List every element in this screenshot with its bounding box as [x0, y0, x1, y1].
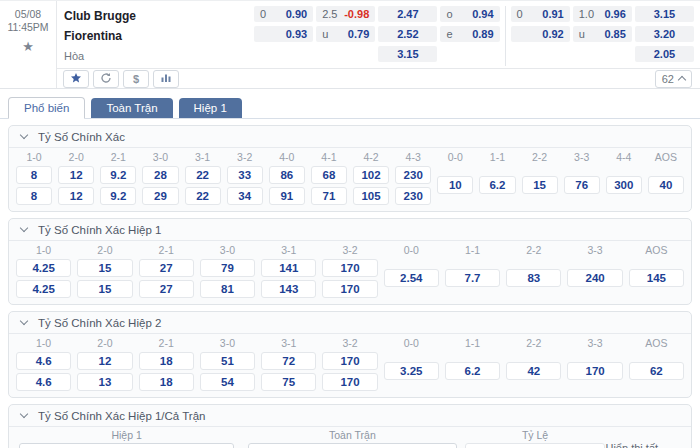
score-odds-cell[interactable]: 10	[437, 176, 473, 194]
score-odds-cell[interactable]: 42	[506, 362, 561, 380]
section-header[interactable]: Tỷ Số Chính Xác Hiệp 1/Cả Trận	[9, 405, 691, 427]
odds-cell[interactable]: 2.52	[378, 26, 437, 42]
odds-line-label: u	[579, 28, 585, 40]
odds-cell[interactable]: u0.85	[573, 26, 632, 42]
favorite-star-button[interactable]	[63, 70, 89, 88]
first-half-score-select[interactable]: 0-0	[19, 443, 234, 448]
score-odds-cell[interactable]: 170	[322, 373, 377, 391]
score-odds-cell[interactable]: 22	[185, 166, 221, 184]
tab-bar: Phổ biếnToàn TrậnHiệp 1	[0, 89, 700, 119]
score-odds-cell[interactable]: 7.7	[445, 269, 500, 287]
score-odds-cell[interactable]: 40	[648, 176, 684, 194]
score-odds-cell[interactable]: 300	[606, 176, 642, 194]
score-odds-cell[interactable]: 170	[322, 280, 377, 298]
score-odds-cell[interactable]: 3.25	[384, 362, 439, 380]
score-odds-cell[interactable]: 9.2	[100, 187, 136, 205]
odds-cell[interactable]: 3.15	[378, 46, 437, 62]
score-odds-cell[interactable]: 86	[269, 166, 305, 184]
odds-cell[interactable]: 0.92	[511, 26, 570, 42]
score-odds-cell[interactable]: 9.2	[100, 166, 136, 184]
odds-cell[interactable]: 2.05	[635, 46, 694, 62]
score-odds-cell[interactable]: 170	[322, 352, 377, 370]
score-odds-cell[interactable]: 145	[629, 269, 684, 287]
odds-value: 0.85	[604, 28, 625, 40]
markets-count-button[interactable]: 62	[655, 70, 692, 88]
cashout-button[interactable]: $	[123, 70, 149, 88]
score-odds-cell[interactable]: 230	[395, 187, 431, 205]
score-odds-cell[interactable]: 170	[322, 259, 377, 277]
refresh-button[interactable]	[93, 70, 119, 88]
score-odds-cell[interactable]: 76	[564, 176, 600, 194]
score-odds-cell[interactable]: 240	[567, 269, 622, 287]
odds-cell[interactable]: e0.89	[440, 26, 499, 42]
odds-value: 2.47	[397, 8, 418, 20]
show-all-link[interactable]: Hiển thị tất cả	[605, 443, 681, 448]
odds-cell[interactable]: 00.90	[254, 6, 313, 22]
odds-cell[interactable]: 3.20	[635, 26, 694, 42]
score-odds-cell[interactable]: 22	[185, 187, 221, 205]
score-odds-cell[interactable]: 18	[139, 352, 194, 370]
score-odds-cell[interactable]: 29	[142, 187, 178, 205]
score-odds-cell[interactable]: 62	[629, 362, 684, 380]
odds-cell[interactable]: 1.00.96	[573, 6, 632, 22]
odds-cell[interactable]: 2.5-0.98	[316, 6, 375, 22]
score-odds-cell[interactable]: 230	[395, 166, 431, 184]
score-odds-cell[interactable]: 83	[506, 269, 561, 287]
score-odds-cell[interactable]: 34	[227, 187, 263, 205]
odds-cell[interactable]: 00.91	[511, 6, 570, 22]
odds-cell[interactable]: 3.15	[635, 6, 694, 22]
score-odds-cell[interactable]: 71	[311, 187, 347, 205]
score-odds-cell[interactable]: 170	[567, 362, 622, 380]
odds-cell[interactable]: 0.93	[254, 26, 313, 42]
score-odds-cell[interactable]: 4.25	[16, 259, 71, 277]
section-header[interactable]: Tỷ Số Chính Xác Hiệp 1	[9, 219, 691, 241]
tab[interactable]: Phổ biến	[8, 97, 85, 119]
score-odds-cell[interactable]: 79	[200, 259, 255, 277]
score-odds-cell[interactable]: 54	[200, 373, 255, 391]
score-odds-cell[interactable]: 4.6	[16, 373, 71, 391]
tab[interactable]: Toàn Trận	[91, 98, 172, 118]
score-odds-cell[interactable]: 15	[77, 280, 132, 298]
score-odds-cell[interactable]: 15	[522, 176, 558, 194]
score-odds-cell[interactable]: 6.2	[479, 176, 515, 194]
score-odds-cell[interactable]: 105	[353, 187, 389, 205]
score-odds-cell[interactable]: 12	[58, 166, 94, 184]
rate-value[interactable]: 10	[465, 443, 606, 448]
match-toolbar: $ 62	[57, 68, 700, 88]
score-odds-cell[interactable]: 12	[58, 187, 94, 205]
score-odds-cell[interactable]: 18	[139, 373, 194, 391]
score-odds-cell[interactable]: 102	[353, 166, 389, 184]
score-odds-cell[interactable]: 4.6	[16, 352, 71, 370]
score-odds-cell[interactable]: 4.25	[16, 280, 71, 298]
score-odds-cell[interactable]: 8	[16, 166, 52, 184]
statistics-button[interactable]	[153, 70, 179, 88]
odds-cell[interactable]: u0.79	[316, 26, 375, 42]
odds-cell[interactable]: o0.94	[440, 6, 499, 22]
favorite-star-icon[interactable]: ★	[22, 39, 34, 55]
score-odds-cell[interactable]: 72	[261, 352, 316, 370]
score-odds-cell[interactable]: 8	[16, 187, 52, 205]
full-time-score-select[interactable]: 0-0	[248, 443, 456, 448]
score-odds-cell[interactable]: 51	[200, 352, 255, 370]
tab[interactable]: Hiệp 1	[179, 98, 242, 118]
score-odds-cell[interactable]: 33	[227, 166, 263, 184]
score-odds-cell[interactable]: 143	[261, 280, 316, 298]
score-odds-cell[interactable]: 12	[77, 352, 132, 370]
score-odds-cell[interactable]: 141	[261, 259, 316, 277]
score-odds-cell[interactable]: 2.54	[384, 269, 439, 287]
score-grid: 1-04.64.62-012132-118183-051543-172753-2…	[9, 334, 691, 397]
score-odds-cell[interactable]: 75	[261, 373, 316, 391]
score-odds-cell[interactable]: 15	[77, 259, 132, 277]
section-header[interactable]: Tỷ Số Chính Xác Hiệp 2	[9, 312, 691, 334]
score-odds-cell[interactable]: 27	[139, 280, 194, 298]
score-odds-cell[interactable]: 68	[311, 166, 347, 184]
score-odds-cell[interactable]: 6.2	[445, 362, 500, 380]
score-odds-cell[interactable]: 27	[139, 259, 194, 277]
score-odds-cell[interactable]: 13	[77, 373, 132, 391]
odds-column-handicap-half: 00.910.92	[511, 6, 570, 66]
odds-cell[interactable]: 2.47	[378, 6, 437, 22]
score-odds-cell[interactable]: 81	[200, 280, 255, 298]
score-odds-cell[interactable]: 91	[269, 187, 305, 205]
section-header[interactable]: Tỷ Số Chính Xác	[9, 126, 691, 148]
score-odds-cell[interactable]: 28	[142, 166, 178, 184]
